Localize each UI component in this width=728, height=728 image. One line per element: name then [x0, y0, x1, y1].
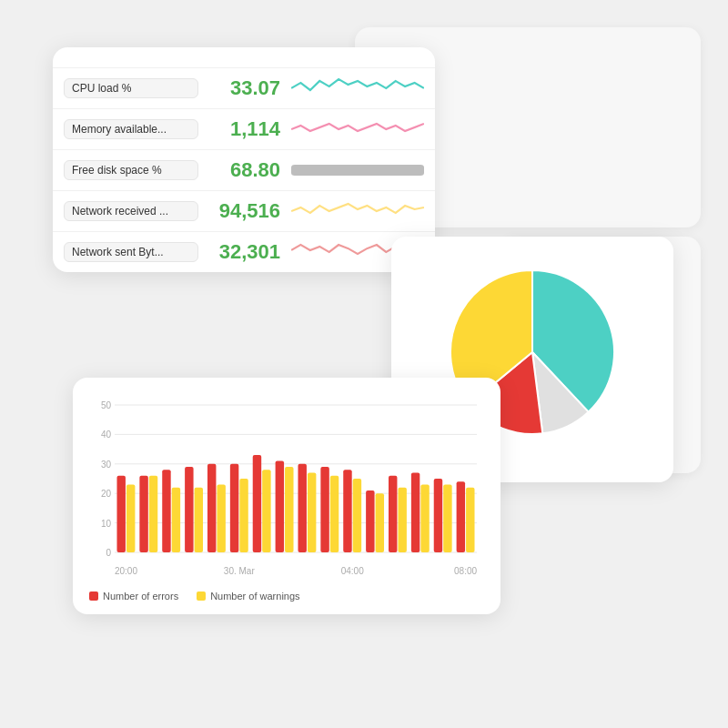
legend-label: Number of errors — [103, 591, 178, 602]
svg-rect-25 — [253, 455, 261, 552]
svg-rect-32 — [330, 476, 339, 552]
sparkline — [291, 115, 424, 144]
bar-chart-legend: Number of errorsNumber of warnings — [73, 583, 500, 602]
legend-item: Number of warnings — [197, 591, 299, 602]
svg-rect-29 — [298, 464, 306, 552]
metric-value: 1,114 — [198, 117, 280, 141]
metric-label: Memory available... — [64, 119, 198, 139]
svg-rect-35 — [366, 490, 374, 552]
svg-rect-14 — [126, 484, 135, 552]
svg-rect-21 — [207, 464, 216, 552]
svg-rect-34 — [353, 479, 361, 552]
legend-color — [89, 592, 98, 601]
metric-value: 68.80 — [198, 158, 280, 182]
svg-text:20:00: 20:00 — [115, 566, 137, 576]
svg-rect-39 — [411, 473, 420, 552]
svg-text:30: 30 — [101, 460, 112, 470]
svg-text:40: 40 — [101, 430, 112, 440]
svg-rect-30 — [308, 473, 316, 552]
svg-rect-44 — [466, 488, 474, 552]
svg-rect-24 — [239, 479, 248, 552]
bar-chart-area: 0102030405020:0030. Mar04:0008:00 — [73, 398, 500, 583]
device-card: CPU load % 33.07 Memory available... 1,1… — [53, 47, 435, 272]
svg-rect-20 — [195, 488, 203, 552]
metric-row: CPU load % 33.07 — [53, 67, 435, 108]
metric-row: Free disk space % 68.80 — [53, 149, 435, 190]
svg-rect-40 — [420, 484, 429, 552]
svg-rect-15 — [139, 476, 147, 552]
metric-row: Memory available... 1,114 — [53, 108, 435, 149]
svg-text:30. Mar: 30. Mar — [224, 566, 256, 576]
svg-rect-43 — [457, 481, 465, 552]
svg-rect-36 — [376, 493, 384, 552]
metric-value: 94,516 — [198, 199, 280, 223]
metric-row: Network received ... 94,516 — [53, 190, 435, 231]
svg-text:20: 20 — [101, 489, 112, 499]
metric-label: Free disk space % — [64, 160, 198, 180]
svg-text:50: 50 — [101, 400, 112, 410]
metric-label: Network sent Byt... — [64, 242, 198, 262]
svg-rect-23 — [230, 464, 238, 552]
svg-rect-0 — [291, 165, 424, 176]
svg-text:0: 0 — [106, 548, 111, 558]
svg-rect-17 — [162, 470, 170, 552]
svg-text:04:00: 04:00 — [341, 566, 364, 576]
svg-rect-41 — [434, 479, 442, 552]
svg-rect-18 — [172, 488, 180, 552]
svg-rect-28 — [285, 467, 293, 552]
svg-rect-33 — [343, 470, 351, 552]
svg-text:10: 10 — [101, 519, 112, 529]
svg-text:08:00: 08:00 — [454, 566, 477, 576]
svg-rect-37 — [389, 476, 397, 552]
sparkline — [291, 74, 424, 103]
legend-item: Number of errors — [89, 591, 178, 602]
svg-rect-26 — [262, 470, 270, 552]
metric-value: 32,301 — [198, 240, 280, 264]
metric-label: Network received ... — [64, 201, 198, 221]
legend-color — [197, 592, 206, 601]
svg-rect-38 — [398, 488, 406, 552]
bar-chart-card: 0102030405020:0030. Mar04:0008:00 Number… — [73, 378, 500, 614]
sparkline — [291, 197, 424, 226]
legend-label: Number of warnings — [210, 591, 299, 602]
svg-rect-31 — [320, 467, 329, 552]
svg-rect-22 — [217, 484, 225, 552]
metric-row: Network sent Byt... 32,301 — [53, 231, 435, 272]
svg-rect-42 — [443, 484, 451, 552]
svg-rect-16 — [149, 476, 157, 552]
sparkline — [291, 156, 424, 185]
metric-value: 33.07 — [198, 76, 280, 100]
svg-rect-27 — [276, 461, 284, 552]
svg-rect-19 — [185, 467, 193, 552]
metric-label: CPU load % — [64, 78, 198, 98]
metric-rows: CPU load % 33.07 Memory available... 1,1… — [53, 67, 435, 272]
svg-rect-13 — [116, 476, 125, 552]
bar-chart-svg: 0102030405020:0030. Mar04:0008:00 — [89, 398, 484, 580]
